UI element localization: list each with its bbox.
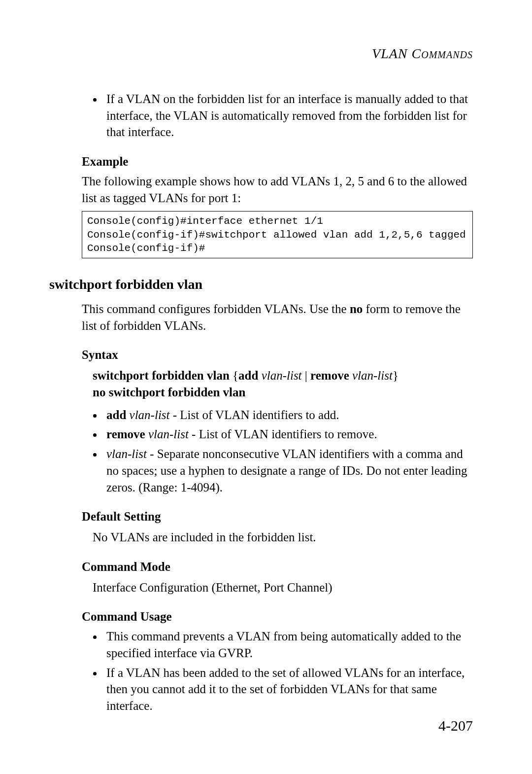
sb1-b: add [106,408,126,422]
sx-p1: switchport forbidden vlan [93,369,230,382]
cu-bullet-2: If a VLAN has been added to the set of a… [103,665,473,714]
sb1-r: - List of VLAN identifiers to add. [170,408,339,422]
syntax-line-1: switchport forbidden vlan {add vlan-list… [93,367,473,384]
section-title: switchport forbidden vlan [49,275,473,294]
sx-p5: vlan-list [262,369,302,382]
default-setting-heading: Default Setting [82,508,473,525]
example-text: The following example shows how to add V… [82,173,473,207]
example-heading: Example [82,153,473,170]
syntax-bullet-3: vlan-list - Separate nonconsecutive VLAN… [103,446,473,495]
sb3-r: - Separate nonconsecutive VLAN identifie… [106,447,467,494]
section-description: This command configures forbidden VLANs.… [82,301,473,334]
sb2-i: vlan-list [145,427,189,441]
sx-p9: vlan-list [352,369,393,382]
syntax-lines: switchport forbidden vlan {add vlan-list… [93,367,473,401]
section-body: This command configures forbidden VLANs.… [82,301,473,714]
syntax-bullet-1: add vlan-list - List of VLAN identifiers… [103,407,473,423]
running-header: VLAN Commands [49,44,473,63]
top-bullet-list: If a VLAN on the forbidden list for an i… [82,91,473,141]
sb3-i: vlan-list [106,447,147,460]
top-block: If a VLAN on the forbidden list for an i… [82,91,473,258]
default-setting-text: No VLANs are included in the forbidden l… [93,529,473,546]
sx-p2: { [230,369,238,382]
syntax-bullets: add vlan-list - List of VLAN identifiers… [82,407,473,496]
sx-p10: } [393,369,399,382]
command-mode-heading: Command Mode [82,559,473,575]
syntax-bullet-2: remove vlan-list - List of VLAN identifi… [103,426,473,443]
cu-bullet-1: This command prevents a VLAN from being … [103,628,473,662]
sb1-i: vlan-list [126,408,169,422]
command-usage-bullets: This command prevents a VLAN from being … [82,628,473,714]
top-bullet-item: If a VLAN on the forbidden list for an i… [103,91,473,141]
code-block: Console(config)#interface ethernet 1/1 C… [82,211,473,258]
syntax-heading: Syntax [82,347,473,363]
page-number: 4-207 [438,716,473,736]
sb2-b: remove [106,427,145,441]
desc-pre: This command configures forbidden VLANs.… [82,302,350,316]
page: VLAN Commands If a VLAN on the forbidden… [0,0,532,774]
sx-p3: add [238,369,258,382]
command-usage-heading: Command Usage [82,608,473,625]
command-mode-text: Interface Configuration (Ethernet, Port … [93,579,473,596]
sb2-r: - List of VLAN identifiers to remove. [189,427,377,441]
desc-bold: no [350,302,363,316]
sx-p7: remove [310,369,349,382]
syntax-line-2: no switchport forbidden vlan [93,384,473,401]
sx-p6: | [302,369,311,382]
